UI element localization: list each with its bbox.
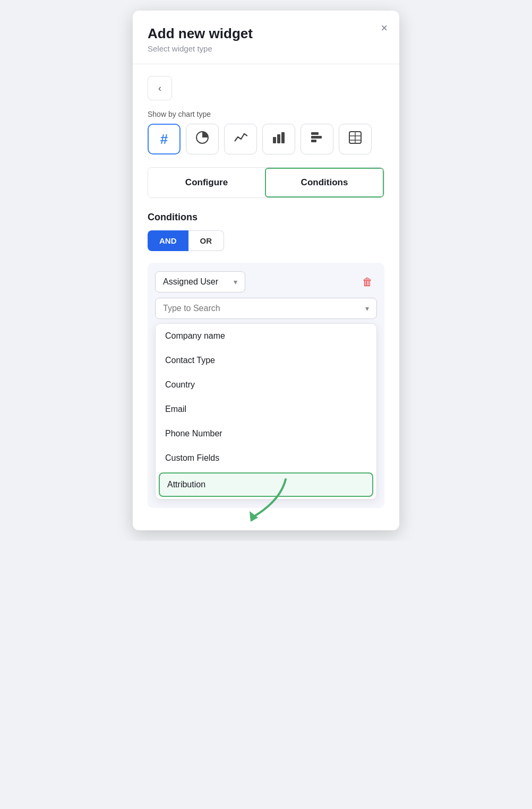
dropdown-item-contact-type[interactable]: Contact Type bbox=[156, 348, 376, 373]
chart-btn-line[interactable] bbox=[224, 124, 257, 154]
dropdown-item-country[interactable]: Country bbox=[156, 373, 376, 397]
svg-rect-3 bbox=[281, 132, 285, 143]
close-button[interactable]: × bbox=[381, 22, 388, 34]
bar-chart-icon bbox=[272, 131, 286, 148]
trash-icon: 🗑 bbox=[362, 276, 373, 288]
chart-btn-bar[interactable] bbox=[262, 124, 295, 154]
svg-rect-5 bbox=[311, 136, 322, 139]
conditions-section-label: Conditions bbox=[148, 212, 384, 223]
svg-marker-11 bbox=[250, 511, 258, 522]
tabs-row: Configure Conditions bbox=[148, 167, 384, 198]
modal: Add new widget Select widget type × ‹ Sh… bbox=[133, 11, 399, 530]
field-dropdown-menu: Company name Contact Type Country Email … bbox=[155, 323, 377, 500]
svg-rect-1 bbox=[273, 137, 276, 143]
chart-type-row: # bbox=[148, 124, 384, 154]
modal-header: Add new widget Select widget type × bbox=[133, 11, 399, 64]
dropdown-item-phone-number[interactable]: Phone Number bbox=[156, 421, 376, 446]
field-dropdown-chevron-icon: ▾ bbox=[234, 278, 237, 286]
or-button[interactable]: OR bbox=[188, 230, 225, 251]
search-input-container[interactable]: ▾ bbox=[155, 298, 377, 319]
field-dropdown-value: Assigned User bbox=[163, 277, 218, 287]
field-dropdown[interactable]: Assigned User ▾ bbox=[155, 271, 245, 292]
chart-btn-pie[interactable] bbox=[186, 124, 219, 154]
condition-top-row: Assigned User ▾ 🗑 bbox=[155, 271, 377, 292]
chart-btn-table[interactable] bbox=[339, 124, 372, 154]
modal-subtitle: Select widget type bbox=[148, 44, 384, 53]
svg-rect-2 bbox=[277, 134, 280, 143]
dropdown-item-email[interactable]: Email bbox=[156, 397, 376, 421]
svg-rect-6 bbox=[311, 140, 316, 142]
condition-card: Assigned User ▾ 🗑 ▾ Company name Contact… bbox=[148, 263, 384, 508]
search-chevron-icon: ▾ bbox=[365, 304, 369, 313]
delete-condition-button[interactable]: 🗑 bbox=[358, 274, 377, 290]
and-or-toggle: AND OR bbox=[148, 230, 384, 251]
horizontal-bar-icon bbox=[310, 131, 324, 148]
hash-icon: # bbox=[160, 131, 168, 148]
chart-btn-hbar[interactable] bbox=[301, 124, 333, 154]
chart-type-label: Show by chart type bbox=[148, 110, 384, 118]
search-input[interactable] bbox=[163, 304, 365, 313]
tab-conditions[interactable]: Conditions bbox=[265, 168, 384, 197]
dropdown-item-company-name[interactable]: Company name bbox=[156, 324, 376, 348]
chart-btn-hash[interactable]: # bbox=[148, 124, 181, 154]
back-button[interactable]: ‹ bbox=[148, 76, 172, 100]
svg-rect-4 bbox=[311, 132, 319, 135]
modal-body: ‹ Show by chart type # bbox=[133, 64, 399, 530]
dropdown-item-attribution[interactable]: Attribution bbox=[159, 472, 373, 497]
and-button[interactable]: AND bbox=[148, 230, 188, 251]
chevron-left-icon: ‹ bbox=[158, 83, 161, 94]
dropdown-item-custom-fields[interactable]: Custom Fields bbox=[156, 446, 376, 470]
condition-bottom-row: ▾ bbox=[155, 298, 377, 319]
modal-title: Add new widget bbox=[148, 25, 384, 42]
tab-configure[interactable]: Configure bbox=[148, 168, 265, 197]
pie-icon bbox=[195, 131, 209, 148]
line-chart-icon bbox=[234, 131, 247, 148]
table-icon bbox=[348, 131, 362, 148]
